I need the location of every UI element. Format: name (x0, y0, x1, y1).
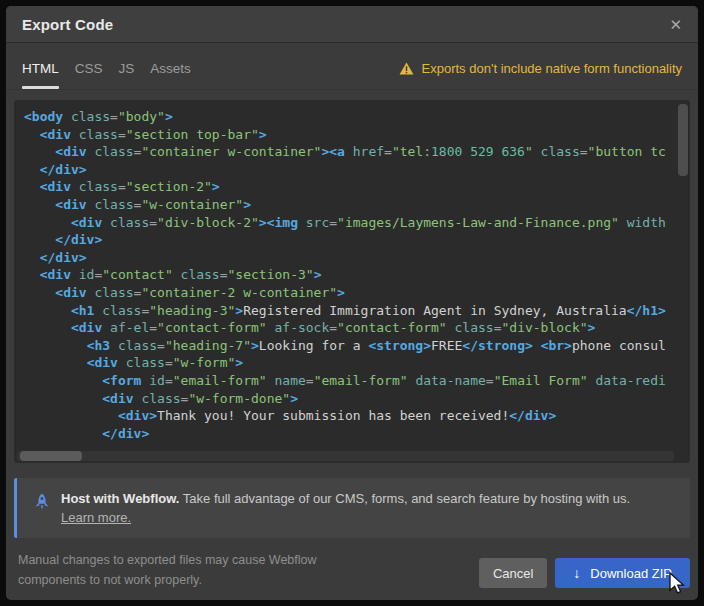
code-line: <div class="section-2"> (24, 178, 690, 196)
tab-assets[interactable]: Assets (150, 61, 191, 89)
rocket-icon (33, 493, 51, 511)
cancel-button[interactable]: Cancel (479, 558, 547, 588)
warning-text: Exports don't include native form functi… (422, 61, 682, 76)
vertical-scrollbar-thumb[interactable] (678, 104, 688, 176)
tab-html[interactable]: HTML (22, 61, 59, 89)
code-line: </div> (24, 425, 690, 443)
host-with-webflow-callout: Host with Webflow. Take full advantage o… (14, 478, 690, 538)
code-line: </div> (24, 161, 690, 179)
callout-body: Take full advantage of our CMS, forms, a… (179, 491, 630, 506)
horizontal-scrollbar-thumb[interactable] (20, 451, 82, 461)
footer-note: Manual changes to exported files may cau… (18, 550, 317, 590)
code-line: <div class="section top-bar"> (24, 126, 690, 144)
vertical-scrollbar[interactable] (678, 103, 688, 457)
dialog-titlebar: Export Code ✕ (6, 6, 698, 43)
tab-js[interactable]: JS (119, 61, 135, 89)
dialog-title: Export Code (22, 16, 113, 33)
code-line: <div id="contact" class="section-3"> (24, 266, 690, 284)
form-warning: Exports don't include native form functi… (399, 61, 682, 89)
callout-text: Host with Webflow. Take full advantage o… (61, 489, 674, 508)
code-line: <div>Thank you! Your submission has been… (24, 407, 690, 425)
code-line: <h3 class="heading-7">Looking for a <str… (24, 337, 690, 355)
code-line: <div class="container-2 w-container"> (24, 284, 690, 302)
code-line: <body class="body"> (24, 108, 690, 126)
tab-bar: HTML CSS JS Assets Exports don't include… (6, 43, 698, 90)
code-line: <div class="div-block-2"><img src="image… (24, 214, 690, 232)
warning-triangle-icon (399, 62, 414, 75)
learn-more-link[interactable]: Learn more. (61, 508, 131, 527)
footer-buttons: Cancel ↓ Download ZIP (479, 558, 690, 588)
screen: Export Code ✕ HTML CSS JS Assets Exports… (0, 0, 704, 606)
code-line: </div> (24, 231, 690, 249)
mouse-cursor (666, 572, 688, 596)
code-line: </div> (24, 249, 690, 267)
code-viewer[interactable]: <body class="body"> <div class="section … (14, 100, 690, 463)
callout-title: Host with Webflow. (61, 491, 179, 506)
close-icon[interactable]: ✕ (669, 17, 682, 32)
download-arrow-icon: ↓ (573, 565, 580, 581)
code-line: <div class="container w-container"><a hr… (24, 143, 690, 161)
code-line: <div class="w-form"> (24, 354, 690, 372)
code-line: <h1 class="heading-3">Registered Immigra… (24, 302, 690, 320)
code-line: <form id="email-form" name="email-form" … (24, 372, 690, 390)
code-line: <div af-el="contact-form" af-sock="conta… (24, 319, 690, 337)
horizontal-scrollbar[interactable] (17, 451, 674, 461)
code-lines: <body class="body"> <div class="section … (14, 100, 690, 442)
footer-note-line2: components to not work properly. (18, 570, 317, 590)
code-line: <div class="w-container"> (24, 196, 690, 214)
tab-css[interactable]: CSS (75, 61, 103, 89)
export-code-dialog: Export Code ✕ HTML CSS JS Assets Exports… (6, 6, 698, 600)
download-button-label: Download ZIP (590, 566, 672, 581)
code-line: <div class="w-form-done"> (24, 390, 690, 408)
footer-note-line1: Manual changes to exported files may cau… (18, 550, 317, 570)
